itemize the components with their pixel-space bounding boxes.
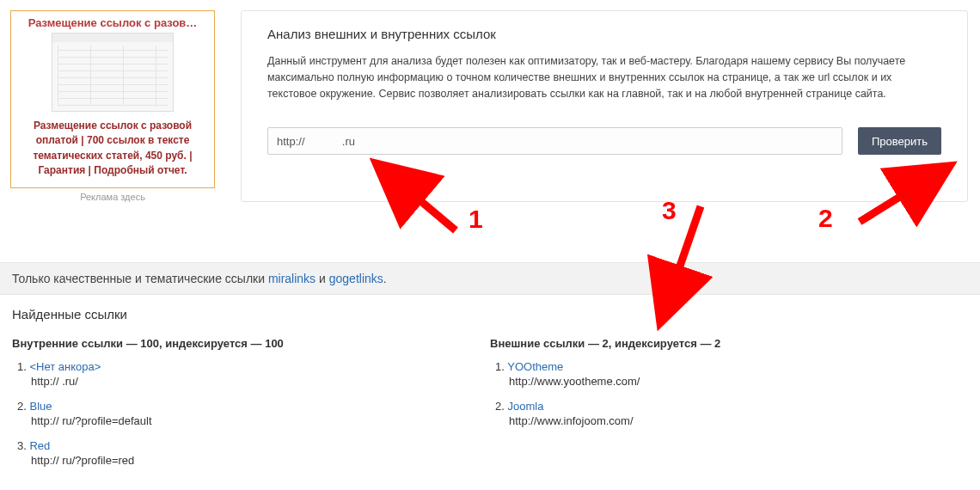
ad-box[interactable]: Размещение ссылок с разов… Размещение сс… bbox=[10, 10, 215, 188]
url-input[interactable] bbox=[267, 127, 842, 155]
external-links-column: Внешние ссылки — 2, индексируется — 2 1.… bbox=[490, 337, 968, 479]
ad-description: Размещение ссылок с разовой оплатой | 70… bbox=[16, 119, 209, 179]
ad-footer-link[interactable]: Реклама здесь bbox=[10, 192, 215, 202]
external-link[interactable]: YOOtheme bbox=[507, 360, 563, 373]
analysis-panel: Анализ внешних и внутренних ссылок Данны… bbox=[241, 10, 968, 202]
list-item: 1. YOOtheme http://www.yootheme.com/ bbox=[495, 360, 968, 388]
check-button[interactable]: Проверить bbox=[858, 127, 941, 155]
link-url: http:// ru/?profile=red bbox=[31, 454, 490, 467]
link-url: http://www.infojoom.com/ bbox=[509, 414, 968, 427]
annotation-number-1: 1 bbox=[469, 205, 483, 234]
internal-link[interactable]: Blue bbox=[29, 400, 52, 413]
list-item: 3. Red http:// ru/?profile=red bbox=[17, 439, 490, 467]
results-heading: Найденные ссылки bbox=[12, 307, 968, 322]
list-item: 1. <Нет анкора> http:// .ru/ bbox=[17, 360, 490, 388]
link-url: http:// .ru/ bbox=[31, 375, 490, 388]
link-url: http:// ru/?profile=default bbox=[31, 414, 490, 427]
internal-links-heading: Внутренние ссылки — 100, индексируется —… bbox=[12, 337, 490, 350]
internal-link[interactable]: Red bbox=[29, 439, 50, 452]
panel-heading: Анализ внешних и внутренних ссылок bbox=[267, 27, 941, 41]
banner-link-gogetlinks[interactable]: gogetlinks bbox=[329, 272, 383, 285]
promo-banner: Только качественные и тематические ссылк… bbox=[0, 262, 980, 295]
panel-description: Данный инструмент для анализа будет поле… bbox=[267, 53, 941, 101]
results-section: Найденные ссылки Внутренние ссылки — 100… bbox=[0, 295, 980, 479]
annotation-number-2: 2 bbox=[818, 204, 833, 233]
annotation-number-3: 3 bbox=[662, 196, 677, 225]
external-link[interactable]: Joomla bbox=[507, 400, 543, 413]
ad-title: Размещение ссылок с разов… bbox=[16, 16, 209, 29]
internal-link[interactable]: <Нет анкора> bbox=[29, 360, 101, 373]
banner-text: Только качественные и тематические ссылк… bbox=[12, 272, 268, 285]
external-links-heading: Внешние ссылки — 2, индексируется — 2 bbox=[490, 337, 968, 350]
link-url: http://www.yootheme.com/ bbox=[509, 375, 968, 388]
list-item: 2. Blue http:// ru/?profile=default bbox=[17, 400, 490, 427]
list-item: 2. Joomla http://www.infojoom.com/ bbox=[495, 400, 968, 427]
ad-thumbnail bbox=[52, 33, 174, 112]
banner-link-miralinks[interactable]: miralinks bbox=[268, 272, 315, 285]
internal-links-column: Внутренние ссылки — 100, индексируется —… bbox=[12, 337, 490, 479]
